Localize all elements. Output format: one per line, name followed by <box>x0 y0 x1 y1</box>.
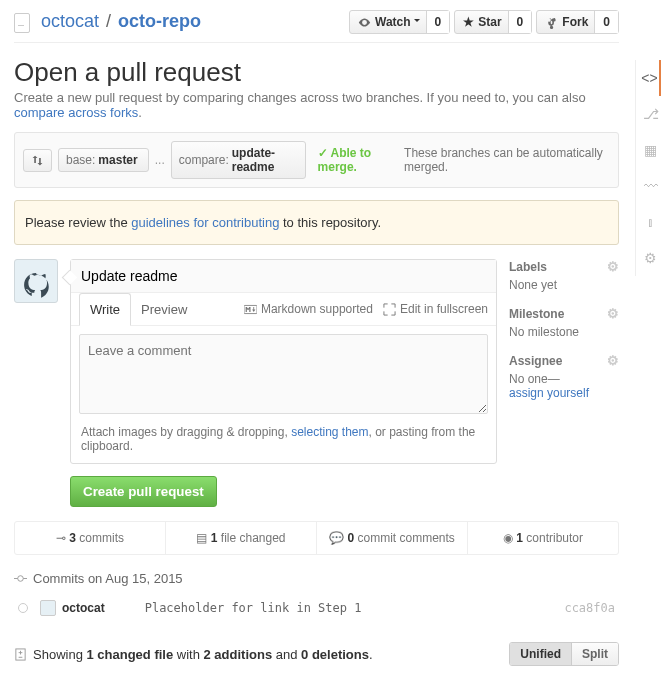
commit-icon <box>14 572 27 585</box>
labels-heading: Labels <box>509 260 547 274</box>
pulse-nav-icon[interactable]: 〰 <box>644 168 658 204</box>
comments-tab[interactable]: 💬 0 commit comments <box>317 522 468 554</box>
markdown-icon <box>244 303 257 316</box>
milestone-value: No milestone <box>509 325 619 339</box>
gear-icon[interactable]: ⚙ <box>607 306 619 321</box>
graphs-nav-icon[interactable]: ⫾ <box>647 204 654 240</box>
contributing-link[interactable]: guidelines for contributing <box>131 215 279 230</box>
page-title: Open a pull request <box>14 57 619 88</box>
pr-nav-icon[interactable]: ⎇ <box>643 96 659 132</box>
select-files-link[interactable]: selecting them <box>291 425 368 439</box>
star-button[interactable]: ★ Star 0 <box>454 10 532 34</box>
fullscreen-link[interactable]: Edit in fullscreen <box>383 302 488 316</box>
attach-hint: Attach images by dragging & dropping, se… <box>71 425 496 463</box>
changed-files-link[interactable]: 1 changed file <box>86 647 173 662</box>
split-button[interactable]: Split <box>572 643 618 665</box>
contributing-notice: Please review the guidelines for contrib… <box>14 200 619 245</box>
gear-icon[interactable]: ⚙ <box>607 259 619 274</box>
commits-tab[interactable]: ⊸ 3 commits <box>15 522 166 554</box>
fork-button[interactable]: Fork 0 <box>536 10 619 34</box>
milestone-heading: Milestone <box>509 307 564 321</box>
svg-point-1 <box>18 576 24 582</box>
merge-status: Able to merge. <box>318 146 399 174</box>
avatar <box>14 259 58 303</box>
commit-dot-icon <box>18 603 28 613</box>
page-subtitle: Create a new pull request by comparing c… <box>14 90 619 120</box>
fullscreen-icon <box>383 303 396 316</box>
compare-bar: base: master ... compare: update-readme … <box>14 132 619 188</box>
merge-message: These branches can be automatically merg… <box>404 146 610 174</box>
right-nav: <> ⎇ ▦ 〰 ⫾ ⚙ <box>635 60 665 276</box>
comment-textarea[interactable] <box>79 334 488 414</box>
octocat-icon <box>19 268 53 302</box>
gear-icon[interactable]: ⚙ <box>607 353 619 368</box>
tab-preview[interactable]: Preview <box>131 294 197 325</box>
base-branch-button[interactable]: base: master <box>58 148 149 172</box>
compose-box: Write Preview Markdown supported Edit in… <box>70 259 497 464</box>
assignee-heading: Assignee <box>509 354 562 368</box>
avatar <box>40 600 56 616</box>
commit-group-heading: Commits on Aug 15, 2015 <box>14 565 619 592</box>
labels-value: None yet <box>509 278 619 292</box>
repo-owner-link[interactable]: octocat <box>41 11 99 31</box>
stats-bar: ⊸ 3 commits ▤ 1 file changed 💬 0 commit … <box>14 521 619 555</box>
code-nav-icon[interactable]: <> <box>641 60 660 96</box>
wiki-nav-icon[interactable]: ▦ <box>644 132 657 168</box>
files-summary: Showing 1 changed file with 2 additions … <box>33 647 509 662</box>
pr-title-input[interactable] <box>71 260 496 293</box>
compare-branch-button[interactable]: compare: update-readme <box>171 141 306 179</box>
tab-write[interactable]: Write <box>79 293 131 326</box>
unified-button[interactable]: Unified <box>510 643 572 665</box>
star-icon: ★ <box>463 15 474 29</box>
swap-button[interactable] <box>23 149 52 172</box>
repo-header: octocat / octo-repo Watch 0 ★ Star 0 For… <box>14 0 619 40</box>
commit-row[interactable]: octocat Placeholder for link in Step 1 c… <box>14 592 619 624</box>
repo-icon <box>14 13 30 33</box>
watch-button[interactable]: Watch 0 <box>349 10 450 34</box>
compare-dots: ... <box>155 153 165 167</box>
settings-nav-icon[interactable]: ⚙ <box>644 240 657 276</box>
assign-self-link[interactable]: assign yourself <box>509 386 589 400</box>
compare-icon <box>31 154 44 167</box>
fork-icon <box>545 16 558 29</box>
contributors-tab[interactable]: ◉ 1 contributor <box>468 522 618 554</box>
compare-forks-link[interactable]: compare across forks <box>14 105 138 120</box>
commit-message: Placeholder for link in Step 1 <box>145 601 565 615</box>
repo-name-link[interactable]: octo-repo <box>118 11 201 31</box>
create-pr-button[interactable]: Create pull request <box>70 476 217 507</box>
assignee-value: No one—assign yourself <box>509 372 619 400</box>
commit-author: octocat <box>62 601 105 615</box>
files-tab[interactable]: ▤ 1 file changed <box>166 522 317 554</box>
markdown-help-link[interactable]: Markdown supported <box>244 302 373 316</box>
commit-sha[interactable]: cca8f0a <box>564 601 615 615</box>
eye-icon <box>358 16 371 29</box>
diff-icon <box>14 648 27 661</box>
